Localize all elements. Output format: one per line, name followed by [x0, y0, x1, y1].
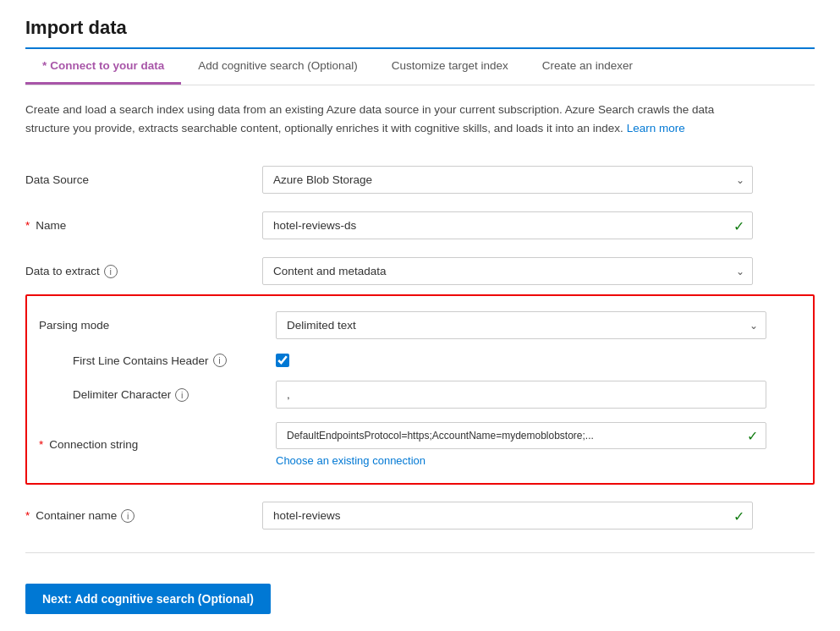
parsing-mode-label: Parsing mode: [39, 319, 276, 332]
data-extract-select[interactable]: Content and metadata Storage metadata Al…: [262, 257, 753, 285]
delimiter-label: Delimiter Character i: [39, 388, 276, 402]
tab-asterisk: *: [42, 59, 47, 72]
description-text: Create and load a search index using dat…: [25, 101, 761, 137]
connection-string-required-star: *: [39, 438, 43, 451]
first-line-header-info-icon[interactable]: i: [213, 354, 227, 367]
container-name-checkmark-icon: ✓: [733, 508, 744, 524]
container-name-field: ✓: [262, 502, 753, 529]
connection-string-label: * Connection string: [39, 438, 276, 451]
delimiter-input[interactable]: [276, 381, 766, 409]
name-checkmark-icon: ✓: [733, 217, 744, 233]
connection-string-field: ✓ Choose an existing connection: [276, 422, 766, 467]
name-input[interactable]: [262, 211, 753, 239]
learn-more-link[interactable]: Learn more: [627, 122, 685, 134]
bottom-divider: [25, 552, 815, 553]
parsing-mode-select[interactable]: Default Text Delimited text JSON JSON ar…: [276, 311, 766, 339]
name-field: ✓: [262, 211, 753, 239]
data-source-select-wrapper: Azure Blob Storage Azure SQL Database Az…: [262, 166, 753, 194]
tab-cognitive[interactable]: Add cognitive search (Optional): [181, 49, 374, 85]
connection-string-wrapper: ✓ Choose an existing connection: [276, 422, 766, 467]
container-name-row: * Container name i ✓: [25, 493, 815, 539]
connection-string-input[interactable]: [276, 422, 766, 449]
connection-string-input-wrapper: ✓: [276, 422, 766, 449]
name-input-wrapper: ✓: [262, 211, 753, 239]
choose-connection-link[interactable]: Choose an existing connection: [276, 454, 766, 467]
delimiter-field: [276, 381, 766, 409]
tab-connect[interactable]: *Connect to your data: [25, 49, 181, 85]
tab-customize[interactable]: Customize target index: [375, 49, 525, 85]
first-line-header-label: First Line Contains Header i: [39, 354, 276, 367]
first-line-header-row: First Line Contains Header i: [39, 347, 801, 374]
data-source-field: Azure Blob Storage Azure SQL Database Az…: [262, 166, 753, 194]
data-source-row: Data Source Azure Blob Storage Azure SQL…: [25, 157, 815, 203]
data-extract-row: Data to extract i Content and metadata S…: [25, 249, 815, 294]
parsing-mode-select-wrapper: Default Text Delimited text JSON JSON ar…: [276, 311, 766, 339]
container-name-required-star: *: [25, 509, 30, 522]
form: Data Source Azure Blob Storage Azure SQL…: [25, 157, 815, 539]
data-source-select[interactable]: Azure Blob Storage Azure SQL Database Az…: [262, 166, 753, 194]
next-button[interactable]: Next: Add cognitive search (Optional): [25, 584, 271, 614]
container-name-input[interactable]: [262, 502, 753, 529]
data-source-label: Data Source: [25, 173, 262, 186]
name-row: * Name ✓: [25, 203, 815, 249]
first-line-header-field: [276, 354, 766, 367]
name-label: * Name: [25, 219, 262, 232]
container-name-label: * Container name i: [25, 509, 262, 523]
delimiter-info-icon[interactable]: i: [175, 388, 189, 402]
tab-bar: *Connect to your data Add cognitive sear…: [25, 49, 815, 85]
data-extract-label: Data to extract i: [25, 265, 262, 278]
data-extract-field: Content and metadata Storage metadata Al…: [262, 257, 753, 285]
first-line-header-checkbox[interactable]: [276, 354, 289, 367]
connection-string-checkmark-icon: ✓: [747, 428, 758, 444]
container-name-input-wrapper: ✓: [262, 502, 753, 529]
container-name-info-icon[interactable]: i: [121, 509, 135, 523]
page-title: Import data: [25, 17, 815, 39]
connection-string-row: * Connection string ✓ Choose an existing…: [39, 415, 801, 475]
name-required-star: *: [25, 219, 30, 232]
data-extract-info-icon[interactable]: i: [104, 265, 118, 278]
data-extract-select-wrapper: Content and metadata Storage metadata Al…: [262, 257, 753, 285]
parsing-mode-field: Default Text Delimited text JSON JSON ar…: [276, 311, 766, 339]
parsing-mode-row: Parsing mode Default Text Delimited text…: [39, 305, 801, 347]
delimiter-row: Delimiter Character i: [39, 374, 801, 415]
tab-indexer[interactable]: Create an indexer: [525, 49, 650, 85]
highlight-section: Parsing mode Default Text Delimited text…: [25, 294, 815, 485]
